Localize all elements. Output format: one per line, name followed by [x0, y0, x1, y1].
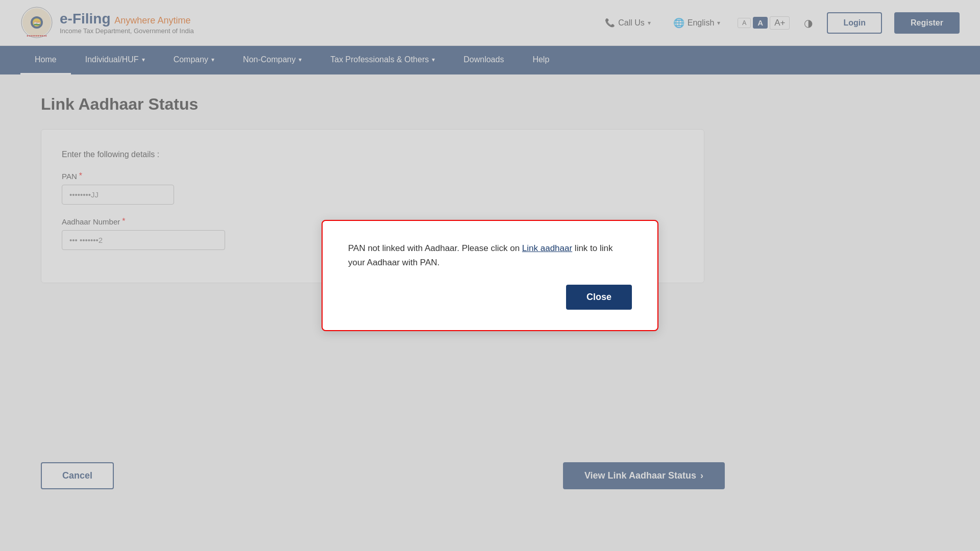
link-aadhaar-link[interactable]: Link aadhaar: [522, 243, 572, 253]
dialog-message-before-link: PAN not linked with Aadhaar. Please clic…: [348, 243, 522, 253]
modal-overlay: PAN not linked with Aadhaar. Please clic…: [0, 0, 980, 551]
dialog-footer: Close: [348, 285, 632, 310]
pan-not-linked-dialog: PAN not linked with Aadhaar. Please clic…: [322, 220, 658, 331]
close-dialog-button[interactable]: Close: [566, 285, 632, 310]
dialog-message: PAN not linked with Aadhaar. Please clic…: [348, 241, 632, 269]
